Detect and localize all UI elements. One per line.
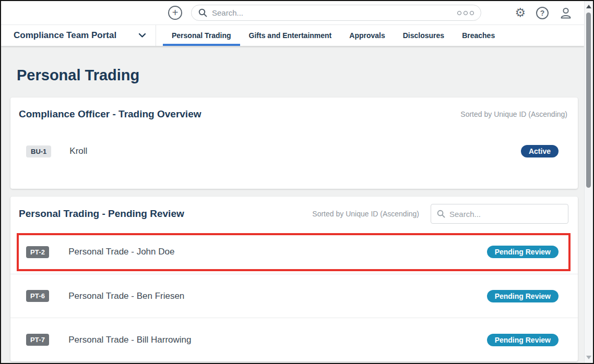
table-row-pt-2[interactable]: PT-2 Personal Trade - John Doe Pending R…: [10, 230, 578, 274]
status-badge-pending: Pending Review: [487, 290, 559, 302]
unique-id-badge: PT-2: [26, 246, 49, 258]
scroll-up-arrow-icon[interactable]: [586, 5, 591, 8]
pending-card-title: Personal Trading - Pending Review: [19, 208, 184, 220]
nav-tabs: Personal Trading Gifts and Entertainment…: [163, 25, 504, 46]
unique-id-badge: BU-1: [26, 145, 51, 157]
scroll-down-arrow-icon[interactable]: [586, 356, 591, 359]
table-row-pt-6[interactable]: PT-6 Personal Trade - Ben Friesen Pendin…: [10, 274, 578, 318]
top-header-bar: + ⚙ ?: [1, 1, 584, 25]
pending-search-input[interactable]: [449, 210, 562, 219]
portal-nav-bar: Compliance Team Portal Personal Trading …: [1, 25, 584, 46]
app-window: + ⚙ ?: [0, 0, 594, 364]
tab-disclosures[interactable]: Disclosures: [394, 25, 453, 46]
trading-overview-card: Compliance Officer - Trading Overview So…: [10, 98, 578, 189]
settings-gear-icon[interactable]: ⚙: [515, 7, 526, 19]
status-badge-pending: Pending Review: [487, 246, 559, 258]
header-icon-group: ⚙ ?: [515, 6, 573, 20]
tab-personal-trading[interactable]: Personal Trading: [163, 25, 240, 46]
tab-approvals[interactable]: Approvals: [340, 25, 394, 46]
question-mark: ?: [540, 9, 545, 17]
create-button[interactable]: +: [168, 6, 182, 20]
overview-card-header: Compliance Officer - Trading Overview So…: [10, 98, 578, 120]
main-content: Personal Trading Compliance Officer - Tr…: [1, 67, 584, 361]
search-icon: [198, 8, 207, 17]
pending-search[interactable]: [431, 204, 568, 224]
unique-id-badge: PT-7: [26, 334, 49, 346]
pending-review-card: Personal Trading - Pending Review Sorted…: [10, 197, 578, 361]
vertical-scrollbar[interactable]: [584, 1, 593, 363]
chevron-down-icon: [138, 33, 146, 38]
pending-rows: PT-2 Personal Trade - John Doe Pending R…: [10, 230, 578, 361]
tab-breaches[interactable]: Breaches: [453, 25, 504, 46]
status-badge-active: Active: [521, 145, 559, 157]
unique-id-badge: PT-6: [26, 290, 49, 302]
row-name[interactable]: Personal Trade - Ben Friesen: [68, 291, 184, 301]
portal-title: Compliance Team Portal: [14, 30, 116, 41]
more-options-icon[interactable]: [457, 11, 474, 15]
page-container: + ⚙ ?: [1, 1, 584, 363]
help-icon[interactable]: ?: [536, 7, 549, 19]
portal-switcher[interactable]: Compliance Team Portal: [1, 25, 156, 46]
global-search-input[interactable]: [212, 8, 453, 17]
global-search[interactable]: [191, 5, 481, 21]
status-badge-pending: Pending Review: [487, 334, 559, 346]
table-row-pt-7[interactable]: PT-7 Personal Trade - Bill Harrowing Pen…: [10, 318, 578, 361]
overview-sort-label: Sorted by Unique ID (Ascending): [460, 110, 567, 118]
search-icon: [437, 210, 445, 218]
pending-card-header: Personal Trading - Pending Review Sorted…: [10, 197, 578, 230]
scrollbar-thumb[interactable]: [586, 13, 591, 188]
overview-card-title: Compliance Officer - Trading Overview: [19, 108, 201, 120]
row-name[interactable]: Personal Trade - John Doe: [68, 247, 174, 257]
overview-row[interactable]: BU-1 Kroll Active: [26, 145, 559, 157]
plus-icon: +: [172, 7, 179, 18]
row-name[interactable]: Personal Trade - Bill Harrowing: [68, 335, 191, 345]
page-title: Personal Trading: [17, 67, 578, 84]
pending-sort-label: Sorted by Unique ID (Ascending): [312, 210, 419, 218]
row-name[interactable]: Kroll: [69, 146, 87, 156]
tab-gifts-and-entertainment[interactable]: Gifts and Entertainment: [240, 25, 341, 46]
user-profile-icon[interactable]: [559, 6, 573, 20]
